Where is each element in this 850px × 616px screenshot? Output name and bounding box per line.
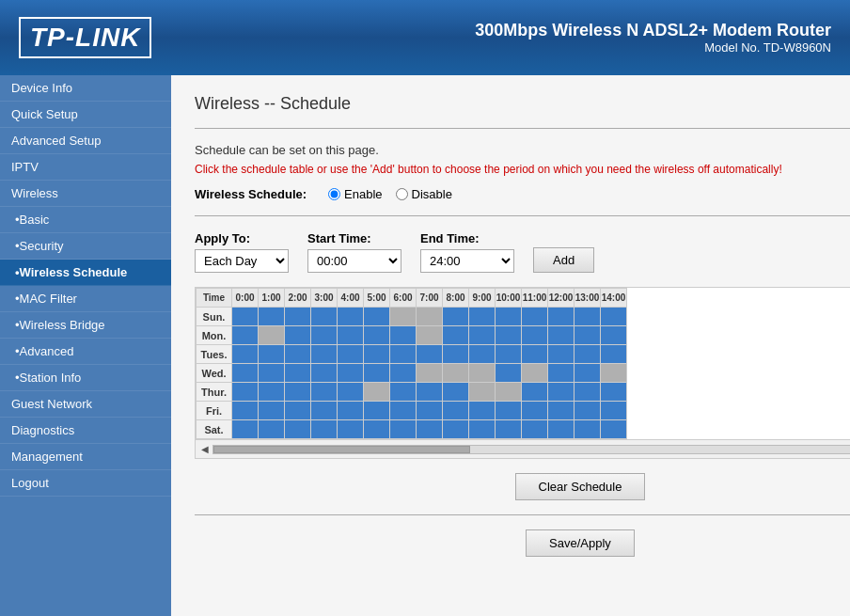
cell-Tues.-8[interactable]	[443, 345, 469, 364]
cell-Mon.-0[interactable]	[232, 326, 259, 345]
disable-radio-label[interactable]: Disable	[396, 187, 452, 201]
end-time-select[interactable]: 00:0001:0002:0003:0004:0005:0006:0007:00…	[420, 249, 514, 273]
cell-Fri.-6[interactable]	[390, 402, 417, 420]
cell-Thur.-8[interactable]	[443, 383, 469, 402]
cell-Wed.-7[interactable]	[417, 364, 443, 383]
scroll-left-arrow[interactable]: ◀	[201, 444, 209, 454]
cell-Thur.-2[interactable]	[285, 383, 311, 402]
cell-Sat.-4[interactable]	[338, 420, 364, 439]
cell-Fri.-8[interactable]	[443, 402, 469, 420]
cell-Wed.-6[interactable]	[390, 364, 417, 383]
clear-schedule-button[interactable]: Clear Schedule	[515, 473, 646, 500]
cell-Sun.-11[interactable]	[522, 308, 548, 326]
cell-Tues.-14[interactable]	[601, 345, 627, 364]
cell-Fri.-3[interactable]	[311, 402, 338, 420]
cell-Mon.-2[interactable]	[285, 326, 311, 345]
cell-Sat.-5[interactable]	[364, 420, 390, 439]
cell-Fri.-1[interactable]	[259, 402, 285, 420]
cell-Tues.-12[interactable]	[548, 345, 575, 364]
cell-Thur.-10[interactable]	[496, 383, 522, 402]
cell-Tues.-10[interactable]	[496, 345, 522, 364]
cell-Sun.-3[interactable]	[311, 308, 338, 326]
cell-Wed.-13[interactable]	[575, 364, 601, 383]
cell-Sat.-14[interactable]	[601, 420, 627, 439]
sidebar-item-advanced-setup[interactable]: Advanced Setup	[0, 128, 171, 154]
cell-Fri.-9[interactable]	[469, 402, 496, 420]
cell-Sat.-7[interactable]	[417, 420, 443, 439]
cell-Fri.-0[interactable]	[232, 402, 259, 420]
cell-Wed.-5[interactable]	[364, 364, 390, 383]
cell-Thur.-14[interactable]	[601, 383, 627, 402]
cell-Thur.-12[interactable]	[548, 383, 575, 402]
cell-Sun.-12[interactable]	[548, 308, 575, 326]
cell-Mon.-1[interactable]	[259, 326, 285, 345]
cell-Sun.-0[interactable]	[232, 308, 259, 326]
sidebar-item-management[interactable]: Management	[0, 444, 171, 470]
disable-radio[interactable]	[396, 188, 408, 200]
cell-Sat.-10[interactable]	[496, 420, 522, 439]
cell-Thur.-4[interactable]	[338, 383, 364, 402]
cell-Thur.-6[interactable]	[390, 383, 417, 402]
cell-Tues.-6[interactable]	[390, 345, 417, 364]
cell-Mon.-14[interactable]	[601, 326, 627, 345]
sidebar-item-iptv[interactable]: IPTV	[0, 154, 171, 181]
cell-Wed.-2[interactable]	[285, 364, 311, 383]
cell-Fri.-14[interactable]	[601, 402, 627, 420]
sidebar-item-wireless-schedule[interactable]: •Wireless Schedule	[0, 260, 171, 286]
cell-Thur.-11[interactable]	[522, 383, 548, 402]
cell-Tues.-9[interactable]	[469, 345, 496, 364]
cell-Mon.-11[interactable]	[522, 326, 548, 345]
cell-Tues.-13[interactable]	[575, 345, 601, 364]
sidebar-item-basic[interactable]: •Basic	[0, 207, 171, 233]
cell-Thur.-0[interactable]	[232, 383, 259, 402]
cell-Sat.-2[interactable]	[285, 420, 311, 439]
cell-Mon.-7[interactable]	[417, 326, 443, 345]
cell-Thur.-13[interactable]	[575, 383, 601, 402]
cell-Sun.-8[interactable]	[443, 308, 469, 326]
cell-Fri.-13[interactable]	[575, 402, 601, 420]
cell-Tues.-4[interactable]	[338, 345, 364, 364]
cell-Mon.-10[interactable]	[496, 326, 522, 345]
cell-Sat.-8[interactable]	[443, 420, 469, 439]
cell-Sun.-9[interactable]	[469, 308, 496, 326]
cell-Thur.-1[interactable]	[259, 383, 285, 402]
cell-Wed.-1[interactable]	[259, 364, 285, 383]
cell-Mon.-9[interactable]	[469, 326, 496, 345]
cell-Sun.-13[interactable]	[575, 308, 601, 326]
cell-Sat.-6[interactable]	[390, 420, 417, 439]
sidebar-item-security[interactable]: •Security	[0, 233, 171, 260]
cell-Thur.-3[interactable]	[311, 383, 338, 402]
cell-Sun.-4[interactable]	[338, 308, 364, 326]
cell-Wed.-14[interactable]	[601, 364, 627, 383]
cell-Fri.-7[interactable]	[417, 402, 443, 420]
cell-Sun.-10[interactable]	[496, 308, 522, 326]
cell-Sat.-13[interactable]	[575, 420, 601, 439]
scroll-track[interactable]	[212, 445, 850, 454]
cell-Sat.-11[interactable]	[522, 420, 548, 439]
cell-Wed.-8[interactable]	[443, 364, 469, 383]
cell-Sun.-7[interactable]	[417, 308, 443, 326]
cell-Fri.-2[interactable]	[285, 402, 311, 420]
sidebar-item-diagnostics[interactable]: Diagnostics	[0, 418, 171, 444]
cell-Mon.-5[interactable]	[364, 326, 390, 345]
sidebar-item-station-info[interactable]: •Station Info	[0, 365, 171, 391]
cell-Tues.-11[interactable]	[522, 345, 548, 364]
sidebar-item-guest-network[interactable]: Guest Network	[0, 391, 171, 418]
cell-Tues.-7[interactable]	[417, 345, 443, 364]
cell-Mon.-13[interactable]	[575, 326, 601, 345]
cell-Sat.-9[interactable]	[469, 420, 496, 439]
sidebar-item-advanced[interactable]: •Advanced	[0, 339, 171, 365]
cell-Wed.-4[interactable]	[338, 364, 364, 383]
add-button[interactable]: Add	[533, 247, 594, 273]
enable-radio[interactable]	[328, 188, 340, 200]
cell-Thur.-7[interactable]	[417, 383, 443, 402]
sidebar-item-wireless[interactable]: Wireless	[0, 181, 171, 207]
cell-Tues.-2[interactable]	[285, 345, 311, 364]
cell-Wed.-11[interactable]	[522, 364, 548, 383]
cell-Fri.-11[interactable]	[522, 402, 548, 420]
cell-Wed.-3[interactable]	[311, 364, 338, 383]
apply-to-select[interactable]: Each DaySunMonTuesWedThurFriSat	[195, 249, 289, 273]
cell-Tues.-0[interactable]	[232, 345, 259, 364]
start-time-select[interactable]: 00:0001:0002:0003:0004:0005:0006:0007:00…	[307, 249, 401, 273]
cell-Sat.-12[interactable]	[548, 420, 575, 439]
